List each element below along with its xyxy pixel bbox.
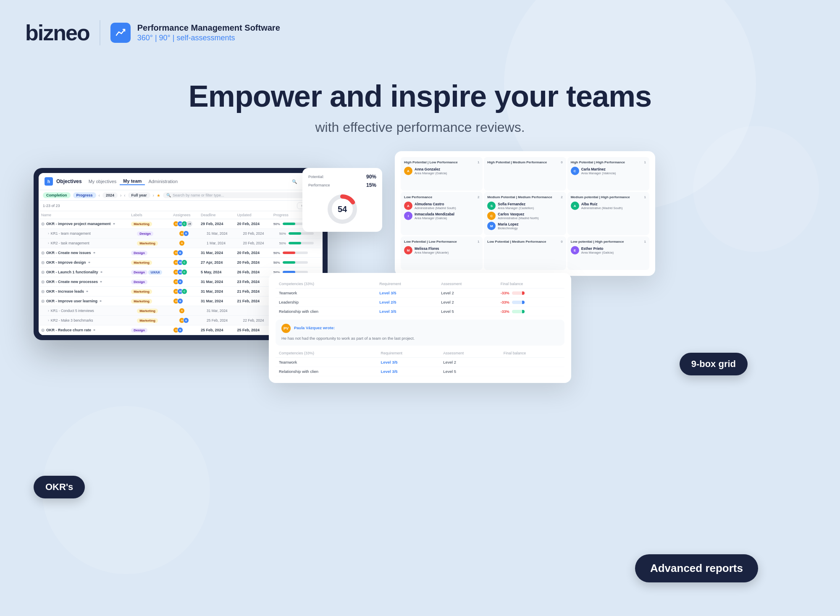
progress-pct: 50% [273, 251, 280, 255]
logo-icon [110, 23, 131, 43]
person-avatar: C [571, 167, 579, 175]
okr-tabs[interactable]: My objectives My team Administration [85, 178, 181, 185]
label-tag: Marketing [131, 222, 152, 226]
okr-logo: h [45, 177, 53, 186]
col-updated: Updated [234, 211, 270, 219]
count-bar: 1-23 of 23 ↑ Export [39, 201, 323, 211]
row-assignees: ABC [171, 287, 198, 296]
row-labels: Marketing [129, 219, 171, 229]
row-updated: 20 Feb, 2024 [234, 239, 270, 248]
label-tag: Design [131, 328, 147, 333]
row-updated: 21 Feb, 2024 [234, 287, 270, 296]
tab-my-team[interactable]: My team [120, 178, 145, 185]
nine-box-badge: 9-box grid [680, 353, 748, 375]
circle-icon: ◎ [41, 222, 45, 226]
nine-box-cell: Medium potential | High performance 1 A … [567, 192, 649, 235]
balance-bar [512, 291, 525, 295]
col-deadline: Deadline [198, 211, 234, 219]
row-name: ◎OKR - Increase leads⚭ [39, 287, 129, 296]
cell-header: Medium potential | High performance 1 [571, 195, 646, 199]
cell-count: 0 [561, 160, 562, 164]
row-name: ◎OKR - Improve design⚭ [39, 258, 129, 267]
row-assignees: AB [171, 277, 198, 287]
row-name: ◎OKR - Improve user learning⚭ [39, 296, 129, 306]
circle-icon: ◎ [41, 260, 45, 265]
col-assignees: Assignees [171, 211, 198, 219]
cell-header: High Potential | Medium Performance 0 [487, 160, 562, 164]
cell-header: Low potential | High performance 1 [571, 240, 646, 244]
row-name: ◎OKR - Launch 1 functionality⚭ [39, 267, 129, 277]
person-item: S Sofia Fernandez Area Manager (Castello… [487, 202, 562, 210]
label-tag2: UX/UI [148, 270, 162, 275]
progress-chip[interactable]: Progress [73, 192, 96, 198]
person-name: Esther Prieto [581, 246, 614, 251]
tagline-sub: 360° | 90° | self-assessments [137, 34, 280, 42]
nine-box-grid: High Potential | Low Performance 1 A Ann… [401, 157, 649, 270]
t2-balance2 [500, 367, 564, 376]
label-tag: Design [131, 270, 147, 275]
circle-icon: ◎ [41, 289, 45, 294]
advanced-reports-badge: Advanced reports [635, 554, 758, 582]
progress-fill [283, 261, 295, 264]
row-labels: Marketing [129, 239, 171, 248]
req-level: Level 2/5 [379, 300, 396, 304]
progress-pct: 50% [273, 222, 280, 226]
avatar: A [179, 308, 185, 314]
completion-chip[interactable]: Completion [43, 192, 71, 198]
circle-icon: ◎ [41, 270, 45, 274]
donut-number: 54 [338, 204, 347, 214]
circle-icon: ◎ [41, 299, 45, 303]
person-role: Area Manager (Alicante) [415, 251, 449, 254]
link-icon: ⚭ [100, 280, 102, 284]
person-info: Inmaculada Mendizabal Area Manager (Gali… [415, 212, 454, 220]
row-updated [234, 306, 270, 316]
assess-level: Level 2 [438, 288, 497, 298]
left-arrow[interactable]: ‹ [99, 193, 100, 198]
row-assignees: AB [171, 316, 198, 325]
reports-table-2: Competencies (33%) Requirement Assessmen… [276, 349, 564, 376]
row-assignees: AB [171, 296, 198, 306]
right-arrow2[interactable]: › [153, 193, 154, 198]
assess-level: Level 2 [438, 298, 497, 307]
year-chip[interactable]: 2024 [102, 192, 118, 198]
avatar: B [177, 298, 183, 304]
person-info: Anna Gonzalez Area Manager (Galicia) [415, 167, 447, 175]
cell-header: Low Potential | Low Performance 1 [404, 240, 479, 244]
cell-header: High Potential | Low Performance 1 [404, 160, 479, 164]
period-chip[interactable]: Full year [128, 192, 150, 198]
left-arrow2[interactable]: ‹ [124, 193, 125, 198]
person-role: Administrative (Madrid South) [581, 206, 623, 210]
right-arrow[interactable]: › [120, 193, 121, 198]
person-info: Esther Prieto Area Manager (Galicia) [581, 246, 614, 254]
circle-icon: ◎ [41, 280, 45, 284]
table-row: ◎OKR - improve project management⚭Market… [39, 219, 323, 229]
sub-icon: › [48, 231, 49, 236]
avatar: A [179, 240, 185, 246]
row-deadline: 25 Feb, 2024 [198, 325, 234, 335]
req-level: Level 3/5 [379, 291, 396, 295]
cell-header: Low Performance 2 [404, 195, 479, 199]
person-role: Administrative (Madrid South) [415, 206, 456, 210]
balance-bar [512, 310, 525, 313]
row-assignees: A [171, 239, 198, 248]
cell-count: 1 [644, 195, 646, 199]
person-info: Maria Lopez Biotechnology [498, 222, 518, 230]
hero-subtitle: with effective performance reviews. [0, 120, 840, 135]
person-item: A Almudena Castro Administrative (Madrid… [404, 202, 479, 210]
row-labels: Marketing [129, 296, 171, 306]
tab-my-objectives[interactable]: My objectives [85, 178, 120, 185]
label-tag: Design [131, 280, 147, 284]
row-updated: 25 Feb, 2024 [234, 325, 270, 335]
person-name: Anna Gonzalez [415, 167, 447, 171]
person-info: Almudena Castro Administrative (Madrid S… [415, 202, 456, 210]
search-bar[interactable]: 🔍 Search by name or filter type... [163, 192, 318, 198]
table-row: Relationship with clien Level 3/5 Level … [276, 367, 564, 376]
sub-icon: › [48, 318, 49, 322]
nine-box-cell: Medium Potential | Medium Performance 2 … [484, 192, 566, 235]
table-row: Teamwork Level 3/5 Level 2 [276, 358, 564, 367]
person-info: Carlos Vasquez Administrative (Madrid No… [498, 212, 539, 220]
cell-header: Medium Potential | Medium Performance 2 [487, 195, 562, 199]
person-avatar: A [404, 167, 412, 175]
avatar: B [183, 317, 189, 323]
tab-administration[interactable]: Administration [145, 178, 181, 185]
